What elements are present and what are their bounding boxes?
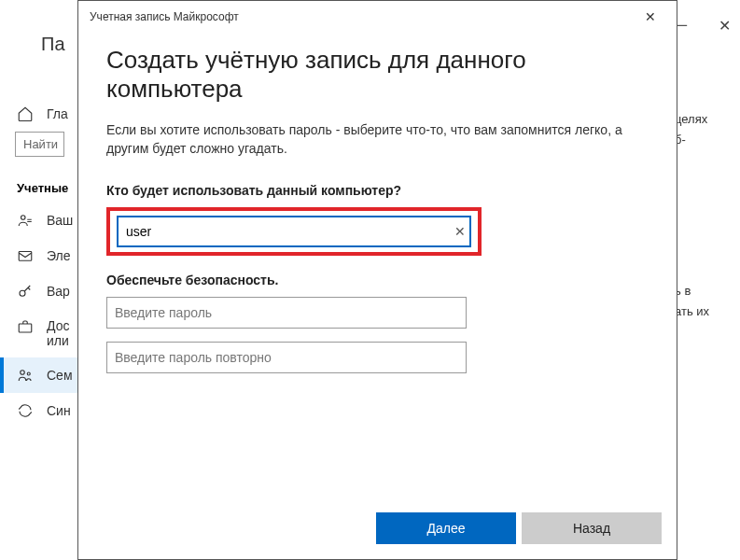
nav-item-email[interactable]: Эле bbox=[0, 238, 79, 273]
svg-point-4 bbox=[21, 371, 25, 375]
settings-background: Па Гла Найти Учетные Ваш Эле Вар bbox=[0, 11, 79, 560]
section-heading: Учетные bbox=[0, 170, 79, 203]
password-input[interactable] bbox=[106, 297, 467, 329]
close-icon-bg[interactable]: ✕ bbox=[719, 17, 731, 35]
highlight-annotation: ✕ bbox=[106, 207, 482, 256]
svg-rect-3 bbox=[19, 324, 32, 332]
family-icon bbox=[17, 367, 34, 384]
account-dialog: Учетная запись Майкрософт ✕ Создать учёт… bbox=[77, 0, 677, 560]
sync-icon bbox=[17, 402, 34, 419]
nav-item-work-access[interactable]: Досили bbox=[0, 309, 79, 357]
svg-point-0 bbox=[21, 216, 26, 220]
dialog-title: Учетная запись Майкрософт bbox=[90, 10, 239, 23]
nav-item-signin-options[interactable]: Вар bbox=[0, 273, 79, 309]
svg-point-5 bbox=[27, 372, 30, 375]
close-icon: ✕ bbox=[645, 9, 656, 24]
user-icon bbox=[17, 212, 34, 229]
next-button[interactable]: Далее bbox=[376, 512, 516, 544]
username-input[interactable] bbox=[117, 216, 471, 247]
right-background: ─ ✕ целях б- ь в ать их bbox=[675, 11, 740, 322]
back-button-dialog[interactable]: Назад bbox=[522, 512, 662, 544]
password-confirm-input[interactable] bbox=[106, 342, 467, 373]
nav-item-sync[interactable]: Син bbox=[0, 393, 79, 428]
minimize-icon[interactable]: ─ bbox=[677, 17, 687, 35]
dialog-description: Если вы хотите использовать пароль - выб… bbox=[106, 120, 649, 159]
nav-item-family[interactable]: Сем bbox=[0, 357, 79, 393]
dialog-heading: Создать учётную запись для данного компь… bbox=[106, 46, 649, 104]
key-icon bbox=[17, 283, 34, 300]
nav-home[interactable]: Гла bbox=[0, 96, 79, 132]
dialog-titlebar: Учетная запись Майкрософт ✕ bbox=[78, 1, 677, 33]
back-button[interactable]: Па bbox=[0, 26, 79, 63]
close-button[interactable]: ✕ bbox=[630, 3, 671, 31]
svg-point-2 bbox=[20, 290, 25, 296]
svg-rect-1 bbox=[19, 252, 32, 261]
security-label: Обеспечьте безопасность. bbox=[106, 273, 649, 287]
search-input-bg[interactable]: Найти bbox=[15, 132, 64, 157]
clear-input-icon[interactable]: ✕ bbox=[454, 224, 466, 239]
nav-item-your-info[interactable]: Ваш bbox=[0, 203, 79, 238]
mail-icon bbox=[17, 247, 34, 264]
briefcase-icon bbox=[17, 318, 34, 335]
home-icon bbox=[17, 105, 34, 122]
username-question: Кто будет использовать данный компьютер? bbox=[106, 183, 649, 198]
